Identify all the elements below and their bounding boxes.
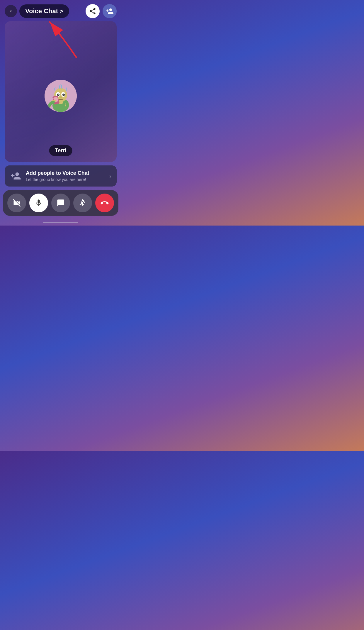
speaker-bluetooth-icon: B — [89, 7, 96, 15]
home-indicator — [43, 222, 78, 223]
voice-chat-label: Voice Chat — [25, 7, 58, 15]
add-person-large-icon — [10, 170, 22, 182]
svg-point-10 — [58, 94, 59, 95]
add-person-icon — [106, 7, 114, 15]
chat-icon — [57, 199, 65, 207]
call-area: Terri — [5, 21, 117, 162]
svg-point-12 — [59, 96, 62, 98]
header: Voice Chat > B — [0, 0, 121, 21]
bottom-controls — [3, 190, 118, 216]
share-button[interactable] — [73, 194, 92, 212]
bluetooth-speaker-button[interactable]: B — [86, 4, 100, 18]
end-call-button[interactable] — [95, 194, 114, 212]
add-people-title: Add people to Voice Chat — [26, 170, 89, 176]
header-right: B — [86, 4, 117, 18]
voice-chat-button[interactable]: Voice Chat > — [19, 4, 69, 18]
minimize-button[interactable] — [5, 5, 17, 17]
add-people-section[interactable]: Add people to Voice Chat Let the group k… — [5, 165, 117, 187]
chevron-down-icon — [8, 9, 13, 14]
user-name-badge: Terri — [49, 145, 72, 156]
microphone-button[interactable] — [29, 194, 48, 212]
svg-text:B: B — [93, 8, 95, 11]
svg-point-16 — [82, 204, 83, 206]
share-icon — [79, 199, 87, 207]
microphone-icon — [35, 199, 43, 207]
header-left: Voice Chat > — [5, 4, 69, 18]
add-person-svg — [11, 171, 21, 181]
voice-chat-chevron-icon: > — [60, 8, 63, 15]
add-people-subtitle: Let the group know you are here! — [26, 177, 89, 182]
add-people-left: Add people to Voice Chat Let the group k… — [10, 170, 89, 182]
user-avatar — [45, 80, 77, 112]
svg-point-11 — [64, 94, 64, 95]
video-toggle-button[interactable] — [7, 194, 26, 212]
chat-button[interactable] — [51, 194, 70, 212]
avatar-image — [45, 80, 77, 112]
add-people-chevron-icon: › — [109, 173, 111, 179]
add-people-text-group: Add people to Voice Chat Let the group k… — [26, 170, 89, 182]
add-person-button[interactable] — [103, 4, 117, 18]
user-name-text: Terri — [55, 148, 67, 153]
end-call-icon — [101, 199, 109, 207]
user-avatar-container — [45, 80, 77, 112]
video-off-icon — [13, 199, 21, 207]
